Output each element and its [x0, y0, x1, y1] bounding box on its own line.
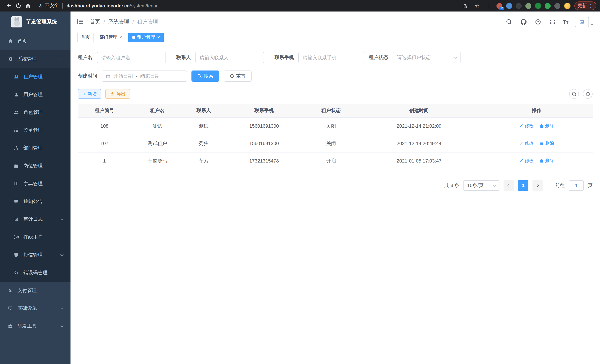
tab-租户管理[interactable]: 租户管理× — [128, 32, 164, 42]
browser-profile-avatar[interactable] — [564, 2, 571, 9]
date-range-picker[interactable]: 开始日期 - 结束日期 — [102, 71, 187, 82]
add-button[interactable]: + 新增 — [78, 89, 101, 99]
delete-link[interactable]: 删除 — [540, 140, 554, 147]
chevron-up-icon — [60, 58, 64, 61]
sidebar-item-租户管理[interactable]: 租户管理 — [0, 68, 71, 86]
edit-link[interactable]: 修改 — [519, 123, 534, 129]
sidebar-item-错误码管理[interactable]: 错误码管理 — [0, 264, 71, 282]
delete-icon — [540, 124, 544, 128]
filter-create-time: 创建时间 开始日期 - 结束日期 — [78, 71, 187, 82]
status-select[interactable]: 请选择租户状态 — [393, 52, 461, 63]
browser-back-icon[interactable] — [4, 1, 13, 10]
sidebar-item-审计日志[interactable]: 审计日志 — [0, 210, 71, 228]
font-size-icon[interactable]: TT — [563, 19, 568, 25]
search-icon — [197, 74, 202, 78]
sidebar-item-label: 系统管理 — [18, 56, 37, 62]
help-icon[interactable]: ? — [534, 18, 542, 26]
sidebar-item-label: 在线用户 — [23, 234, 43, 241]
edit-link[interactable]: 修改 — [519, 140, 534, 147]
share-icon[interactable] — [461, 2, 469, 10]
sidebar-item-岗位管理[interactable]: 岗位管理 — [0, 157, 71, 175]
reset-button[interactable]: 重置 — [224, 71, 252, 82]
payment-yen-icon: ¥ — [7, 288, 13, 293]
tenant-name-input[interactable] — [97, 52, 166, 63]
sidebar-item-首页[interactable]: 首页 — [0, 32, 71, 50]
search-button[interactable]: 搜索 — [191, 71, 219, 82]
close-tab-icon[interactable]: × — [120, 35, 122, 40]
breadcrumb-separator: / — [103, 19, 105, 25]
sidebar-item-短信管理[interactable]: 短信管理 — [0, 246, 71, 264]
address-bar[interactable]: dashboard.yudao.iocoder.cn/system/tenant — [67, 3, 160, 8]
phone-input[interactable] — [298, 52, 364, 63]
security-indicator[interactable]: ⚠ 不安全 — [38, 3, 59, 9]
search-icon[interactable] — [505, 18, 513, 26]
toggle-search-button[interactable] — [569, 89, 579, 99]
table-row: 1芋道源码芋艿17321315478开启2021-01-05 17:03:47修… — [78, 152, 593, 169]
page-number-1[interactable]: 1 — [518, 180, 528, 191]
browser-extension-icon[interactable] — [516, 3, 522, 9]
tab-首页[interactable]: 首页 — [77, 32, 94, 42]
fullscreen-icon[interactable] — [548, 18, 556, 26]
sidebar-item-系统管理[interactable]: 系统管理 — [0, 50, 71, 68]
cell-id: 108 — [78, 117, 131, 135]
edit-icon — [519, 124, 523, 128]
infrastructure-icon — [7, 306, 13, 311]
chevron-right-icon — [535, 184, 539, 187]
github-icon[interactable] — [519, 18, 527, 26]
browser-extension-icon[interactable] — [554, 3, 560, 9]
filter-row-2: 创建时间 开始日期 - 结束日期 搜索 重置 — [78, 71, 593, 82]
sidebar-item-支付管理[interactable]: ¥支付管理 — [0, 282, 71, 299]
cell-name: 测试 — [131, 117, 184, 135]
sidebar-item-研发工具[interactable]: 研发工具 — [0, 317, 71, 335]
browser-update-button[interactable]: 更新 ⋮ — [574, 1, 596, 10]
filter-phone: 联系手机 — [275, 52, 364, 63]
tab-label: 部门管理 — [99, 34, 117, 40]
next-page-button[interactable] — [533, 180, 543, 191]
refresh-table-button[interactable] — [583, 89, 593, 99]
column-header: 创建时间 — [357, 104, 480, 117]
breadcrumb-item: 租户管理 — [137, 18, 158, 25]
browser-extension-icon[interactable] — [506, 3, 512, 9]
delete-link[interactable]: 删除 — [540, 158, 554, 164]
bookmark-star-icon[interactable]: ☆ — [473, 2, 481, 10]
prev-page-button[interactable] — [504, 180, 514, 191]
breadcrumb-item[interactable]: 首页 — [90, 18, 100, 25]
page-size-select[interactable]: 10条/页 — [463, 180, 499, 191]
sidebar-logo[interactable]: 芋道管理系统 — [0, 11, 71, 32]
browser-extension-icon[interactable] — [525, 3, 531, 9]
main-area: 首页/系统管理/租户管理 ? TT — [71, 11, 600, 364]
sidebar-item-基础设施[interactable]: 基础设施 — [0, 299, 71, 317]
goto-page-input[interactable] — [569, 180, 584, 191]
sidebar-item-角色管理[interactable]: 角色管理 — [0, 103, 71, 121]
browser-home-icon[interactable] — [23, 1, 33, 10]
tab-部门管理[interactable]: 部门管理× — [96, 32, 126, 42]
breadcrumb-item[interactable]: 系统管理 — [108, 18, 129, 25]
browser-extension-icon[interactable] — [535, 3, 541, 9]
browser-refresh-icon[interactable] — [13, 1, 23, 10]
contact-input[interactable] — [195, 52, 264, 63]
sidebar-item-通知公告[interactable]: 通知公告 — [0, 193, 71, 210]
sidebar-item-菜单管理[interactable]: 菜单管理 — [0, 121, 71, 139]
sidebar-item-部门管理[interactable]: 部门管理 — [0, 139, 71, 157]
sidebar-toggle-icon[interactable] — [76, 18, 84, 26]
filter-status: 租户状态 请选择租户状态 — [369, 52, 461, 63]
cell-id: 107 — [78, 135, 131, 152]
cell-phone: 15601691300 — [224, 117, 305, 135]
delete-link[interactable]: 删除 — [540, 123, 554, 129]
export-button[interactable]: 导出 — [105, 89, 130, 99]
sidebar-item-字典管理[interactable]: 字典管理 — [0, 175, 71, 193]
sidebar-item-label: 租户管理 — [23, 74, 43, 80]
sidebar-item-用户管理[interactable]: 用户管理 — [0, 86, 71, 103]
search-icon — [572, 92, 576, 96]
cell-status: 关闭 — [305, 117, 357, 135]
user-avatar-dropdown[interactable] — [575, 17, 593, 27]
app-window: 芋道管理系统 首页系统管理租户管理用户管理角色管理菜单管理部门管理岗位管理字典管… — [0, 11, 600, 364]
browser-extension-icon[interactable] — [545, 3, 551, 9]
browser-extension-icon[interactable]: 10 — [497, 3, 502, 9]
table-header-row: 租户编号租户名联系人联系手机租户状态创建时间操作 — [78, 104, 593, 117]
close-tab-icon[interactable]: × — [157, 35, 160, 40]
sidebar-item-在线用户[interactable]: 在线用户 — [0, 228, 71, 246]
sidebar-item-label: 角色管理 — [23, 109, 43, 116]
dev-tools-icon — [7, 323, 13, 329]
edit-link[interactable]: 修改 — [519, 158, 534, 164]
